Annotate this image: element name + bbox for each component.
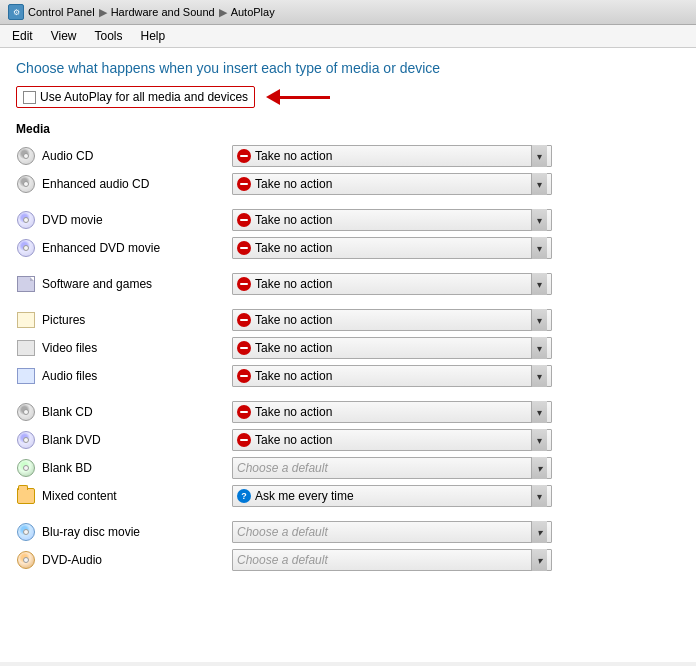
blank-bd-dropdown[interactable]: Choose a default [232,457,552,479]
dvdaudio-value: Choose a default [237,553,328,567]
menu-edit[interactable]: Edit [4,27,41,45]
blank-cd-dropdown[interactable]: Take no action [232,401,552,423]
pictures-icon [16,310,36,330]
window-icon: ⚙ [8,4,24,20]
arrow-line [280,96,330,99]
dropdown-arrow[interactable] [531,549,547,571]
mixed-content-label: Mixed content [42,489,232,503]
dropdown-arrow[interactable] [531,309,547,331]
blank-cd-label: Blank CD [42,405,232,419]
table-row: Video files Take no action [16,334,680,362]
no-action-icon [237,149,251,163]
audiofile-dropdown[interactable]: Take no action [232,365,552,387]
autoplay-label-text: Use AutoPlay for all media and devices [40,90,248,104]
blank-bd-value: Choose a default [237,461,328,475]
dropdown-arrow[interactable] [531,521,547,543]
dvdaudio-icon [16,550,36,570]
enhanced-dvd-value: Take no action [255,241,332,255]
enhanced-audio-cd-value: Take no action [255,177,332,191]
no-action-icon [237,369,251,383]
audio-cd-label: Audio CD [42,149,232,163]
enhanced-dvd-label: Enhanced DVD movie [42,241,232,255]
dropdown-arrow[interactable] [531,401,547,423]
dropdown-arrow[interactable] [531,457,547,479]
enhanced-dvd-dropdown[interactable]: Take no action [232,237,552,259]
autoplay-checkbox[interactable] [23,91,36,104]
menu-help[interactable]: Help [133,27,174,45]
dvd-movie-value: Take no action [255,213,332,227]
menu-tools[interactable]: Tools [86,27,130,45]
media-rows-container: Audio CD Take no action Enhanced audio C… [16,142,680,574]
blank-dvd-value: Take no action [255,433,332,447]
dropdown-arrow[interactable] [531,237,547,259]
enhanced-audio-cd-dropdown[interactable]: Take no action [232,173,552,195]
no-action-icon [237,177,251,191]
no-action-icon [237,213,251,227]
no-action-icon [237,405,251,419]
table-row: DVD movie Take no action [16,206,680,234]
media-section-header: Media [16,122,680,136]
dvd-movie-dropdown[interactable]: Take no action [232,209,552,231]
video-dropdown[interactable]: Take no action [232,337,552,359]
audio-cd-value: Take no action [255,149,332,163]
main-content: Choose what happens when you insert each… [0,48,696,662]
dropdown-arrow[interactable] [531,485,547,507]
menu-view[interactable]: View [43,27,85,45]
blank-bd-icon [16,458,36,478]
pictures-label: Pictures [42,313,232,327]
table-row: Software and games Take no action [16,270,680,298]
enhanced-audio-cd-label: Enhanced audio CD [42,177,232,191]
title-bar: ⚙ Control Panel ▶ Hardware and Sound ▶ A… [0,0,696,25]
audio-cd-icon [16,146,36,166]
autoplay-checkbox-label[interactable]: Use AutoPlay for all media and devices [16,86,255,108]
no-action-icon [237,277,251,291]
dropdown-arrow[interactable] [531,145,547,167]
audiofile-value: Take no action [255,369,332,383]
software-label: Software and games [42,277,232,291]
no-action-icon [237,313,251,327]
software-dropdown[interactable]: Take no action [232,273,552,295]
question-icon: ? [237,489,251,503]
dvdaudio-dropdown[interactable]: Choose a default [232,549,552,571]
blank-cd-icon [16,402,36,422]
arrow-head [266,89,280,105]
table-row: DVD-Audio Choose a default [16,546,680,574]
bluray-value: Choose a default [237,525,328,539]
mixed-content-icon [16,486,36,506]
software-value: Take no action [255,277,332,291]
blank-dvd-dropdown[interactable]: Take no action [232,429,552,451]
table-row: Enhanced audio CD Take no action [16,170,680,198]
table-row: Blank BD Choose a default [16,454,680,482]
sep2: ▶ [219,6,227,19]
video-icon [16,338,36,358]
table-row: Blank CD Take no action [16,398,680,426]
audiofile-label: Audio files [42,369,232,383]
blank-cd-value: Take no action [255,405,332,419]
dropdown-arrow[interactable] [531,273,547,295]
autoplay-checkbox-row: Use AutoPlay for all media and devices [16,86,680,108]
table-row: Mixed content ? Ask me every time [16,482,680,510]
breadcrumb-part3: AutoPlay [231,6,275,18]
video-label: Video files [42,341,232,355]
audio-cd-dropdown[interactable]: Take no action [232,145,552,167]
blank-bd-label: Blank BD [42,461,232,475]
dvd-movie-label: DVD movie [42,213,232,227]
arrow-annotation [267,89,330,105]
bluray-label: Blu-ray disc movie [42,525,232,539]
dropdown-arrow[interactable] [531,173,547,195]
table-row: Audio CD Take no action [16,142,680,170]
dropdown-arrow[interactable] [531,209,547,231]
dropdown-arrow[interactable] [531,337,547,359]
video-value: Take no action [255,341,332,355]
bluray-dropdown[interactable]: Choose a default [232,521,552,543]
no-action-icon [237,341,251,355]
menu-bar: Edit View Tools Help [0,25,696,48]
bluray-icon [16,522,36,542]
pictures-dropdown[interactable]: Take no action [232,309,552,331]
mixed-content-value: Ask me every time [255,489,354,503]
dropdown-arrow[interactable] [531,365,547,387]
dropdown-arrow[interactable] [531,429,547,451]
mixed-content-dropdown[interactable]: ? Ask me every time [232,485,552,507]
table-row: Blu-ray disc movie Choose a default [16,518,680,546]
sep1: ▶ [99,6,107,19]
